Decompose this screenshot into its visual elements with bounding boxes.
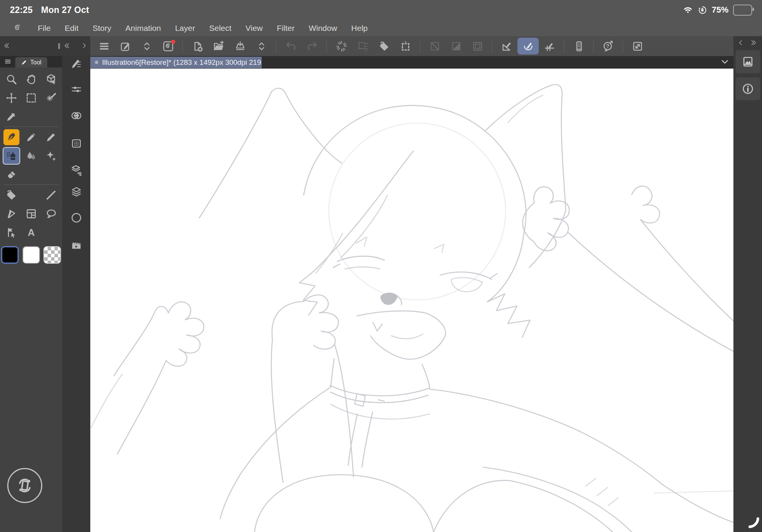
toolbar-right-controls xyxy=(733,36,762,49)
gradient-tool[interactable] xyxy=(21,186,41,204)
airbrush-tool[interactable] xyxy=(2,146,21,165)
rotate-reset-canvas-button[interactable] xyxy=(7,468,42,503)
tab-list-chevron-down-icon[interactable] xyxy=(720,57,730,67)
information-panel-button[interactable] xyxy=(736,77,760,100)
redo-icon xyxy=(306,40,319,53)
save-tray-icon xyxy=(234,40,247,53)
navigator-panel-button[interactable] xyxy=(736,50,760,73)
menu-layer[interactable]: Layer xyxy=(175,24,195,33)
blend-tool[interactable] xyxy=(21,146,41,165)
side-layer-property-button[interactable] xyxy=(69,163,83,177)
eraser-tool[interactable] xyxy=(2,165,21,184)
transform-button[interactable] xyxy=(395,38,416,54)
dock-handle-button[interactable] xyxy=(55,42,63,52)
collapse-side-toolbar-button[interactable] xyxy=(62,42,71,51)
auto-select-tool[interactable] xyxy=(41,88,61,107)
clear-selection-button[interactable] xyxy=(424,38,445,54)
menu-file[interactable]: File xyxy=(38,24,51,33)
side-timeline-button[interactable] xyxy=(69,239,83,252)
open-file-button[interactable] xyxy=(208,38,229,54)
side-material-button[interactable] xyxy=(69,136,83,150)
snap-to-grid-button[interactable] xyxy=(539,38,560,54)
edge-swipe-handle-icon[interactable] xyxy=(748,517,759,528)
chev-right-sm-icon xyxy=(80,42,88,50)
eyedropper-icon xyxy=(5,110,18,123)
canvas[interactable] xyxy=(90,69,733,532)
marquee-icon xyxy=(25,91,38,104)
main-menu-button[interactable] xyxy=(93,38,115,54)
line-icon xyxy=(45,189,58,202)
companion-mode-button[interactable] xyxy=(568,38,589,54)
document-tab[interactable]: Illustration6[Restore]* (1283 x 1492px 3… xyxy=(90,57,262,68)
header-bar: 22:25 Mon 27 Oct 75% FileEditStoryAnimat… xyxy=(0,0,762,36)
redo-button[interactable] xyxy=(301,38,323,54)
hand-tool[interactable] xyxy=(21,70,41,88)
menu-view[interactable]: View xyxy=(245,24,263,33)
menu-filter[interactable]: Filter xyxy=(277,24,295,33)
menu-window[interactable]: Window xyxy=(309,24,337,33)
tab-tool[interactable]: Tool xyxy=(15,57,47,67)
clip-studio-app-button[interactable] xyxy=(157,38,179,54)
text-tool[interactable]: A xyxy=(21,223,41,242)
deselect-button[interactable] xyxy=(352,38,373,54)
select-all-button[interactable] xyxy=(331,38,352,54)
frame-border-tool[interactable] xyxy=(2,204,21,223)
decoration-tool[interactable] xyxy=(41,146,61,165)
toolbar-divider xyxy=(593,40,594,53)
side-brush-size-button[interactable] xyxy=(69,109,83,122)
fill-tool-tool[interactable] xyxy=(2,186,21,204)
palette-menu-icon[interactable] xyxy=(4,58,11,65)
eyedropper-tool[interactable] xyxy=(2,107,21,126)
menu-bar: FileEditStoryAnimationLayerSelectViewFil… xyxy=(0,20,762,36)
starburst-icon xyxy=(335,40,348,53)
dashed-starburst-icon xyxy=(357,40,369,53)
main-color-swatch[interactable] xyxy=(1,246,19,264)
zoom-tool[interactable] xyxy=(2,70,21,88)
figure-tool[interactable] xyxy=(41,186,61,204)
menu-help[interactable]: Help xyxy=(351,24,368,33)
toolbar-left-controls xyxy=(0,36,90,56)
pencil-tool[interactable] xyxy=(21,128,41,146)
balloon-tool[interactable] xyxy=(41,204,61,223)
selection-border-button[interactable] xyxy=(467,38,488,54)
expand-right-panel-button[interactable] xyxy=(749,38,758,48)
expand-side-toolbar-button[interactable] xyxy=(80,42,88,51)
pen-tool[interactable] xyxy=(2,128,21,146)
help-button[interactable]: ? xyxy=(597,38,619,54)
status-bar: 22:25 Mon 27 Oct 75% xyxy=(0,0,762,20)
collapse-right-panel-button[interactable] xyxy=(736,38,745,48)
menu-select[interactable]: Select xyxy=(209,24,231,33)
sub-color-swatch[interactable] xyxy=(22,246,40,264)
side-tool-property-button[interactable] xyxy=(69,82,83,96)
edit-in-clip-studio-button[interactable] xyxy=(115,38,136,54)
selection-tool[interactable] xyxy=(21,88,41,107)
side-layer-button[interactable] xyxy=(69,185,83,199)
operate-3d-tool[interactable] xyxy=(41,70,61,88)
brush-tool[interactable] xyxy=(41,128,61,146)
divide-frame-tool[interactable] xyxy=(21,204,41,223)
side-sub-tool-button[interactable] xyxy=(69,57,83,71)
side-color-wheel-button[interactable] xyxy=(69,211,83,224)
menu-edit[interactable]: Edit xyxy=(65,24,78,33)
undo-button[interactable] xyxy=(280,38,301,54)
curve-pen-icon xyxy=(522,40,535,53)
invert-selection-button[interactable] xyxy=(445,38,467,54)
menu-animation[interactable]: Animation xyxy=(125,24,161,33)
ruler-pen-icon xyxy=(501,40,513,53)
transparent-color-swatch[interactable] xyxy=(43,246,61,264)
fullscreen-button[interactable] xyxy=(627,38,648,54)
move-layer-tool[interactable] xyxy=(2,88,21,107)
snap-to-ruler-button[interactable] xyxy=(496,38,517,54)
line-correction-tool[interactable] xyxy=(2,223,21,242)
frame-pen-icon xyxy=(5,207,18,220)
save-options-button[interactable] xyxy=(251,38,272,54)
menu-story[interactable]: Story xyxy=(93,24,111,33)
sparkle-icon xyxy=(45,149,58,162)
collapse-tool-palette-button[interactable] xyxy=(2,42,11,51)
snap-to-special-ruler-button[interactable] xyxy=(517,38,539,54)
link-circles-icon xyxy=(70,109,83,122)
fill-button[interactable] xyxy=(373,38,395,54)
save-button[interactable] xyxy=(229,38,251,54)
new-document-button[interactable] xyxy=(187,38,208,54)
toolbar-detail-button[interactable] xyxy=(136,38,157,54)
